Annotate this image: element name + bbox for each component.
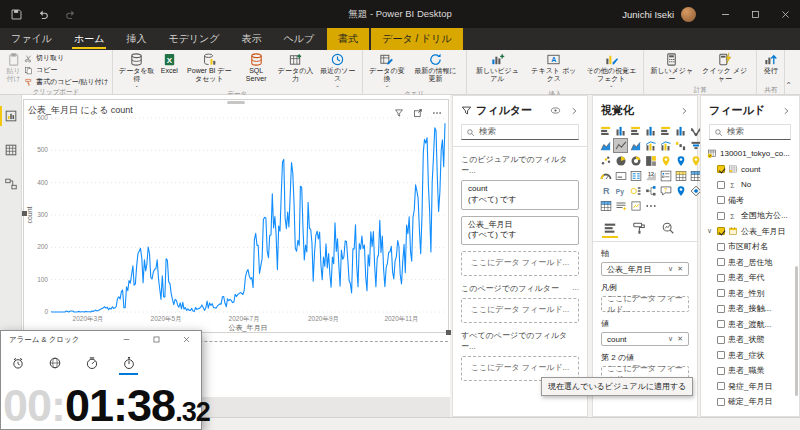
visual-filter-icon[interactable] [394,108,404,118]
stacked-bar-chart-icon[interactable] [599,124,612,137]
line-chart-visual[interactable]: 公表_年月日 による count 01002003004005006002020… [23,99,449,333]
ribbon-button-新しいメジャー[interactable]: 新しいメジャー [647,51,696,84]
gauge-icon[interactable] [599,169,612,182]
field-checkbox-患者_症状[interactable] [717,351,725,359]
ribbon-button-SQL Server[interactable]: SQL Server [238,51,275,84]
data-view-icon[interactable] [0,137,22,163]
multi-row-card-icon[interactable] [629,169,642,182]
resize-handle-left[interactable] [22,211,27,216]
clustered-column-chart-icon[interactable] [644,124,657,137]
field-checkbox-発症_年月日[interactable] [717,382,725,390]
well-field-公表_年月日[interactable]: 公表_年月日∨✕ [601,262,689,276]
field-row-No[interactable]: ΣNo [701,177,799,193]
donut-chart-icon[interactable] [629,154,642,167]
field-checkbox-No[interactable] [717,181,725,189]
python-visual-icon[interactable]: Py [614,184,627,197]
line-chart-icon[interactable] [614,139,627,152]
eye-icon[interactable] [550,105,561,116]
card-icon[interactable] [614,169,627,182]
visual-drag-handle[interactable] [227,101,245,104]
field-row-患者_接触...[interactable]: 患者_接触... [701,301,799,317]
ribbon-button-貼り付け[interactable]: 貼り付け [3,51,24,84]
custom-visual-icon[interactable] [629,199,642,212]
stopwatch-icon[interactable] [121,356,136,375]
field-checkbox-患者_渡航...[interactable] [717,320,725,328]
table-icon[interactable] [674,169,687,182]
ribbon-button-データの変換[interactable]: データの変換⌄ [366,51,409,89]
redo-icon[interactable] [64,8,77,21]
ribbon-button-発行[interactable]: 発行 [760,51,781,76]
field-row-発症_年月日[interactable]: 発症_年月日 [701,379,799,395]
fields-table-row[interactable]: 130001_tokyo_co... [701,146,799,162]
format-tab[interactable] [632,221,646,238]
menu-tab-挿入[interactable]: 挿入 [115,28,157,50]
save-icon[interactable] [10,8,23,21]
field-row-患者_居住地[interactable]: 患者_居住地 [701,255,799,271]
field-row-患者_職業[interactable]: 患者_職業 [701,363,799,379]
world-clock-icon[interactable] [47,356,62,375]
ribbon-button-最新の情報に更新[interactable]: 最新の情報に更新 [408,51,463,84]
treemap-icon[interactable] [644,154,657,167]
arcgis-map-icon[interactable] [674,184,687,197]
key-influencers-icon[interactable] [629,184,642,197]
100-stacked-column-chart-icon[interactable] [674,124,687,137]
map-icon[interactable] [659,154,672,167]
ribbon-button-新しいビジュアル[interactable]: 新しいビジュアル [470,51,525,84]
field-row-全国地方公...[interactable]: Σ全国地方公... [701,208,799,224]
menu-tab-データ / ドリル[interactable]: データ / ドリル [371,28,463,50]
field-row-患者_状態[interactable]: 患者_状態 [701,332,799,348]
collapse-pane-icon[interactable] [679,106,689,116]
ribbon-button-書式のコピー/貼り付け[interactable]: 書式のコピー/貼り付け [24,77,109,87]
line-and-clustered-column-chart-icon[interactable] [659,139,672,152]
menu-tab-表示[interactable]: 表示 [231,28,273,50]
menu-tab-ホーム[interactable]: ホーム [63,28,115,50]
well-dropdown-icon[interactable]: ∨ [668,335,673,343]
close-button[interactable] [770,0,800,28]
filled-map-icon[interactable] [674,154,687,167]
field-checkbox-患者_職業[interactable] [717,367,725,375]
slicer-icon[interactable] [659,169,672,182]
field-row-公表_年月日[interactable]: ∨公表_年月日 [701,224,799,240]
resize-handle-bottom-right[interactable] [446,330,451,335]
ribbon-button-データを取得[interactable]: データを取得⌄ [116,51,158,89]
clustered-bar-chart-icon[interactable] [629,124,642,137]
ribbon-button-切り取り[interactable]: 切り取り [24,53,109,63]
field-checkbox-患者_状態[interactable] [717,336,725,344]
waterfall-chart-icon[interactable] [674,139,687,152]
timer-icon[interactable] [84,356,99,375]
well-drop-placeholder[interactable]: ここにデータ フィールド... [601,296,689,312]
minimize-button[interactable] [710,0,740,28]
ribbon-button-クイック メジャー[interactable]: クイック メジャー [696,51,753,84]
ribbon-button-Excel[interactable]: XExcel [158,51,181,76]
fields-tab[interactable] [603,221,617,238]
filter-drop-placeholder[interactable]: ここにデータ フィールド... [461,251,579,276]
filter-card-公表_年月日[interactable]: 公表_年月日(すべて) です [461,216,579,246]
focus-mode-icon[interactable] [413,108,423,118]
field-row-確定_年月日[interactable]: 確定_年月日 [701,394,799,410]
field-checkbox-患者_居住地[interactable] [717,258,725,266]
field-checkbox-患者_接触...[interactable] [717,305,725,313]
well-field-count[interactable]: count∨✕ [601,332,689,346]
pie-chart-icon[interactable] [614,154,627,167]
fields-scrollbar[interactable] [795,266,798,396]
maximize-button[interactable] [740,0,770,28]
ribbon-button-コピー[interactable]: コピー [24,65,109,75]
qa-visual-icon[interactable]: ? [659,184,672,197]
smart-narrative-icon[interactable] [614,199,627,212]
user-name[interactable]: Junichi Iseki [622,9,674,20]
filter-section-more-icon[interactable]: ... [572,283,579,294]
well-dropdown-icon[interactable]: ∨ [668,265,673,273]
decomposition-tree-icon[interactable] [644,184,657,197]
field-row-患者_渡航...[interactable]: 患者_渡航... [701,317,799,333]
filter-search-input[interactable]: 検索 [461,124,579,140]
100-stacked-bar-chart-icon[interactable] [659,124,672,137]
analytics-tab[interactable] [661,221,675,238]
menu-tab-書式[interactable]: 書式 [327,28,369,50]
r-script-visual-icon[interactable]: R [599,184,612,197]
fields-search-input[interactable]: 検索 [709,124,791,140]
ribbon-collapse-icon[interactable]: ⌃ [785,81,800,94]
avatar[interactable] [681,7,696,22]
field-row-備考[interactable]: 備考 [701,193,799,209]
field-row-患者_年代[interactable]: 患者_年代 [701,270,799,286]
more-options-icon[interactable] [432,108,442,118]
